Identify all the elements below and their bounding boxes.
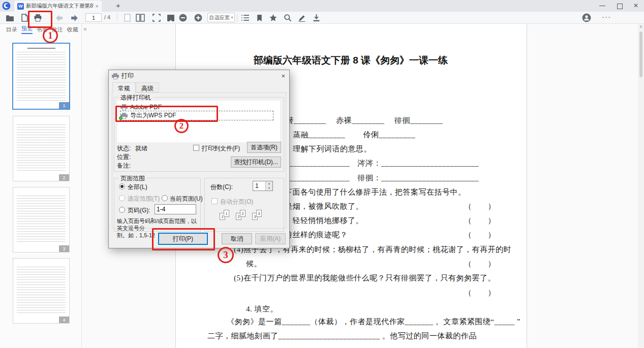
- doc-line: 游丝样的痕迹呢？: [285, 230, 348, 240]
- page-badge: 4: [59, 317, 69, 323]
- page-badge: 2: [59, 174, 69, 181]
- sidebar-tab-favorites[interactable]: 收藏: [67, 26, 78, 34]
- close-window-button[interactable]: ✕: [632, 2, 639, 9]
- toolbar-separator: [117, 13, 117, 22]
- bookmark-button[interactable]: [254, 13, 264, 23]
- zoom-out-button[interactable]: [178, 13, 188, 23]
- doc-line: (5)在千门万户的世界里的我能做些什么呢？只有徘徊罢了，只有匆匆罢了。: [234, 273, 496, 283]
- vertical-scrollbar[interactable]: ∧: [638, 23, 644, 348]
- status-value: 就绪: [135, 144, 147, 153]
- range-pages-radio[interactable]: [119, 207, 125, 213]
- doc-line: 蒸融_________ 伶俐_________: [293, 130, 415, 140]
- fit-screen-button[interactable]: [151, 13, 162, 23]
- print-dialog-title: 打印: [121, 72, 134, 80]
- scroll-up-icon[interactable]: ∧: [638, 24, 644, 29]
- maximize-button[interactable]: [617, 4, 623, 9]
- doc-line: （ ）: [464, 202, 496, 211]
- document-title: 部编版六年级语文下册 8 课《匆匆》一课一练: [175, 54, 526, 67]
- download-button[interactable]: [311, 13, 321, 23]
- collate-page: 2: [240, 210, 246, 217]
- page-number-input[interactable]: [85, 13, 102, 22]
- doc-line: ________________ 徘徊：____________________…: [285, 173, 479, 183]
- copies-label: 份数(C):: [210, 183, 233, 192]
- doc-line: （ ）: [464, 259, 496, 269]
- open-folder-button[interactable]: [5, 13, 15, 23]
- cancel-button[interactable]: 取消: [222, 233, 252, 244]
- doc-line: 理解下列词语的意思。: [293, 144, 372, 154]
- print-to-file-checkbox[interactable]: [193, 145, 199, 151]
- page-badge: 3: [59, 245, 69, 252]
- page-total-label: / 4: [104, 14, 110, 20]
- collate-graphic: 11 22 33: [220, 209, 263, 220]
- page-thumbnail-1[interactable]: 1: [12, 43, 70, 110]
- copies-value: 1: [255, 182, 259, 189]
- page-thumbnail-3[interactable]: 3: [13, 187, 70, 252]
- preferences-button[interactable]: 首选项(R): [247, 142, 281, 153]
- collate-label: 自动分页(O): [220, 198, 253, 206]
- range-selection-label: 选定范围(T): [128, 195, 160, 203]
- collate-page: 1: [224, 210, 229, 217]
- main-toolbar: / 4 自适应宽 ···: [0, 12, 644, 24]
- page-back-button[interactable]: [54, 13, 64, 23]
- sidebar-close-icon[interactable]: ×: [83, 26, 87, 33]
- doc-line: 下面各句使用了什么修辞手法，把答案写在括号中。: [285, 187, 466, 197]
- presentation-mode-button[interactable]: [166, 13, 176, 23]
- find-printer-button[interactable]: 查找打印机(D)...: [231, 156, 281, 168]
- zoom-in-button[interactable]: [193, 13, 203, 23]
- favorite-star-button[interactable]: [268, 13, 278, 23]
- doc-line: 4. 填空。: [246, 304, 278, 314]
- toolbar-separator: [237, 13, 237, 22]
- scrollbar-thumb[interactable]: [639, 31, 642, 77]
- doc-line: 《匆匆》是一篇_______（体裁），作者是现代作家_______ 。文章紧紧围…: [227, 317, 520, 327]
- copies-spinner[interactable]: 1 ▲▼: [253, 181, 273, 191]
- document-tab[interactable]: W 新部编版六年级语文下册第8课《《匆匆》... ×: [14, 1, 102, 12]
- thumbnail-content: [17, 267, 66, 315]
- doc-line: （ ）: [464, 288, 496, 298]
- page-thumbnail-4[interactable]: 4: [13, 258, 70, 324]
- apply-button[interactable]: 应用(A): [255, 233, 286, 244]
- print-dialog-close-icon[interactable]: ×: [281, 72, 285, 80]
- print-to-file-label: 打印到文件(F): [202, 144, 240, 153]
- step1-number: 1: [43, 28, 58, 43]
- new-tab-button[interactable]: +: [116, 1, 120, 10]
- zoom-mode-label: 自适应宽: [209, 14, 229, 21]
- page-range-input[interactable]: [155, 204, 196, 214]
- page-forward-button[interactable]: [69, 13, 79, 23]
- spin-up-icon: ▲: [266, 181, 272, 186]
- doc-line: ，轻轻悄悄地挪移了。: [285, 216, 363, 226]
- spin-down-icon: ▼: [266, 186, 272, 191]
- collate-checkbox[interactable]: [211, 198, 218, 204]
- user-avatar-button[interactable]: [581, 13, 592, 23]
- page-thumbnail-2[interactable]: 2: [13, 116, 70, 181]
- thumbnail-content: [27, 48, 55, 49]
- step2-highlight-box: [115, 106, 218, 122]
- range-current-radio[interactable]: [162, 195, 168, 201]
- step3-number: 3: [218, 247, 234, 263]
- range-all-radio[interactable]: [119, 183, 125, 189]
- doc-line: ________________ 涔涔：____________________…: [285, 159, 479, 168]
- more-menu-button[interactable]: ···: [602, 12, 611, 21]
- status-label: 状态:: [117, 144, 131, 153]
- single-page-view-button[interactable]: [122, 13, 132, 23]
- outline-list-button[interactable]: [240, 13, 250, 23]
- zoom-mode-dropdown[interactable]: 自适应宽: [207, 13, 235, 22]
- comment-label: 备注:: [117, 162, 131, 170]
- doc-line: （ ）: [464, 230, 496, 240]
- print-dialog-titlebar[interactable]: 打印: [109, 70, 289, 82]
- double-page-view-button[interactable]: [135, 13, 145, 23]
- doc-line: 轻烟，被微风吹散了。: [285, 202, 363, 211]
- tab-close-icon[interactable]: ×: [96, 3, 99, 9]
- spinner-arrows[interactable]: ▲▼: [265, 181, 272, 191]
- collate-page: 3: [256, 210, 262, 217]
- tab-advanced[interactable]: 高级: [136, 82, 159, 92]
- doc-line: （ ）: [464, 216, 496, 226]
- print-dialog: 打印 × 常规 高级 选择打印机 Adobe PDF ✓ 导出为WPS PDF …: [108, 70, 290, 248]
- minimize-button[interactable]: —: [599, 2, 606, 9]
- tab-general[interactable]: 常规: [112, 82, 136, 93]
- annotate-pen-button[interactable]: [297, 13, 307, 23]
- search-button[interactable]: [283, 13, 293, 23]
- sidebar: 目录 预览 书签 批注 收藏 × 1 2 3 4: [0, 23, 82, 348]
- thumbnail-content: [17, 196, 66, 244]
- sidebar-tab-catalog[interactable]: 目录: [6, 26, 17, 34]
- range-selection-radio[interactable]: [119, 195, 125, 201]
